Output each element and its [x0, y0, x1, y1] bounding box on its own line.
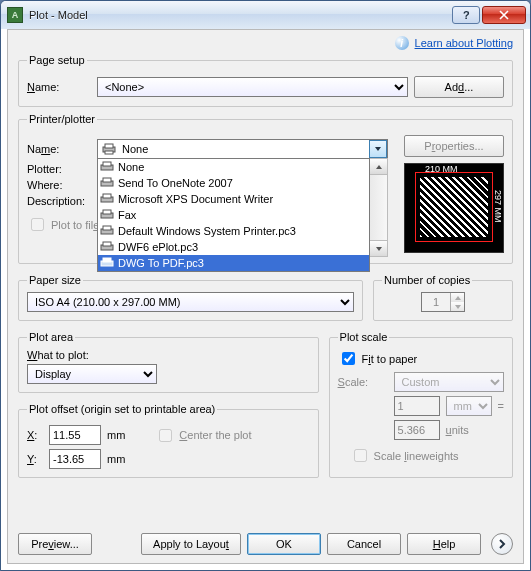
- page-setup-legend: Page setup: [27, 54, 87, 66]
- plot-to-file-checkbox: [31, 218, 44, 231]
- printer-option-xps[interactable]: Microsoft XPS Document Writer: [98, 191, 369, 207]
- copies-input: [422, 293, 450, 311]
- offset-x-label: X:: [27, 429, 43, 441]
- scroll-down-icon[interactable]: [370, 240, 387, 256]
- where-label: Where:: [27, 179, 91, 191]
- paper-preview: 210 MM 297 MM: [404, 163, 504, 253]
- add-page-setup-button[interactable]: Add...: [414, 76, 504, 98]
- dropdown-arrow-icon[interactable]: [369, 140, 387, 158]
- what-to-plot-select[interactable]: Display: [27, 364, 157, 384]
- paper-size-group: Paper size ISO A4 (210.00 x 297.00 MM): [18, 274, 363, 321]
- help-titlebar-button[interactable]: ?: [452, 6, 480, 24]
- apply-to-layout-button[interactable]: Apply to Layout: [141, 533, 241, 555]
- printer-option-dwf6[interactable]: DWF6 ePlot.pc3: [98, 239, 369, 255]
- copies-legend: Number of copies: [382, 274, 472, 286]
- scale-lineweights-label: Scale lineweights: [374, 450, 459, 462]
- svg-rect-2: [105, 144, 113, 148]
- page-setup-name-select[interactable]: <None>: [97, 77, 408, 97]
- scroll-up-icon[interactable]: [370, 159, 387, 175]
- printer-legend: Printer/plotter: [27, 113, 97, 125]
- printer-option-none[interactable]: None: [98, 159, 369, 175]
- scale-select: Custom: [394, 372, 504, 392]
- printer-selected-text: None: [120, 143, 369, 155]
- plotter-label: Plotter:: [27, 163, 91, 175]
- fit-to-paper-checkbox[interactable]: [342, 352, 355, 365]
- svg-rect-7: [103, 178, 111, 182]
- printer-properties-button: Properties...: [404, 135, 504, 157]
- offset-y-label: Y:: [27, 453, 43, 465]
- description-label: Description:: [27, 195, 91, 207]
- printer-option-dwg-pdf[interactable]: DWG To PDF.pc3: [98, 255, 369, 271]
- offset-y-unit: mm: [107, 453, 125, 465]
- offset-y-input[interactable]: [49, 449, 101, 469]
- printer-dropdown-list: None Send To OneNote 2007 Microsoft XPS …: [97, 158, 370, 272]
- paper-size-legend: Paper size: [27, 274, 83, 286]
- center-plot-label: Center the plot: [179, 429, 251, 441]
- scale-lineweights-checkbox: [354, 449, 367, 462]
- plot-dialog: A Plot - Model ? i Learn about Plotting …: [0, 0, 531, 571]
- scale-label: Scale:: [338, 376, 388, 388]
- printer-name-select[interactable]: None: [97, 139, 388, 159]
- copies-down-button: [450, 302, 464, 311]
- plot-scale-group: Plot scale Fit to paper Scale: Custom mm…: [329, 331, 513, 478]
- svg-rect-11: [103, 210, 111, 214]
- printer-name-label: Name:: [27, 143, 91, 155]
- dialog-body: i Learn about Plotting Page setup Name: …: [7, 29, 524, 564]
- printer-option-onenote[interactable]: Send To OneNote 2007: [98, 175, 369, 191]
- printer-icon: [101, 141, 117, 157]
- equals-icon: =: [498, 400, 504, 412]
- what-to-plot-label: What to plot:: [27, 349, 310, 361]
- ok-button[interactable]: OK: [247, 533, 321, 555]
- page-setup-name-label: Name:: [27, 81, 91, 93]
- center-plot-checkbox: [159, 429, 172, 442]
- plot-offset-legend: Plot offset (origin set to printable are…: [27, 403, 217, 415]
- svg-rect-17: [103, 258, 111, 262]
- svg-text:?: ?: [463, 10, 470, 20]
- app-icon: A: [7, 7, 23, 23]
- preview-button[interactable]: Preview...: [18, 533, 92, 555]
- copies-spinner: [421, 292, 465, 312]
- offset-x-input[interactable]: [49, 425, 101, 445]
- printer-plotter-group: Printer/plotter Name: None: [18, 113, 513, 264]
- fit-to-paper-label: Fit to paper: [362, 353, 418, 365]
- expand-dialog-button[interactable]: [491, 533, 513, 555]
- close-button[interactable]: [482, 6, 526, 24]
- offset-x-unit: mm: [107, 429, 125, 441]
- titlebar[interactable]: A Plot - Model ?: [1, 1, 530, 29]
- copies-up-button: [450, 293, 464, 302]
- svg-rect-5: [103, 162, 111, 166]
- scale-denominator-input: [394, 420, 440, 440]
- scale-den-unit: units: [446, 424, 469, 436]
- printer-option-default-pc3[interactable]: Default Windows System Printer.pc3: [98, 223, 369, 239]
- plot-area-group: Plot area What to plot: Display: [18, 331, 319, 393]
- page-setup-group: Page setup Name: <None> Add...: [18, 54, 513, 107]
- plot-scale-legend: Plot scale: [338, 331, 390, 343]
- window-title: Plot - Model: [29, 9, 452, 21]
- scale-unit-select: mm: [446, 396, 492, 416]
- info-icon: i: [395, 36, 409, 50]
- plot-offset-group: Plot offset (origin set to printable are…: [18, 403, 319, 478]
- help-button[interactable]: Help: [407, 533, 481, 555]
- printer-option-fax[interactable]: Fax: [98, 207, 369, 223]
- svg-rect-13: [103, 226, 111, 230]
- scale-numerator-input: [394, 396, 440, 416]
- copies-group: Number of copies: [373, 274, 513, 321]
- learn-about-plotting-link[interactable]: Learn about Plotting: [415, 37, 513, 49]
- svg-rect-3: [105, 151, 113, 154]
- dropdown-scrollbar[interactable]: [370, 158, 388, 257]
- plot-to-file-label: Plot to file: [51, 219, 99, 231]
- preview-height-label: 297 MM: [493, 190, 503, 223]
- plot-area-legend: Plot area: [27, 331, 75, 343]
- svg-rect-9: [103, 194, 111, 198]
- svg-rect-15: [103, 242, 111, 246]
- cancel-button[interactable]: Cancel: [327, 533, 401, 555]
- paper-size-select[interactable]: ISO A4 (210.00 x 297.00 MM): [27, 292, 354, 312]
